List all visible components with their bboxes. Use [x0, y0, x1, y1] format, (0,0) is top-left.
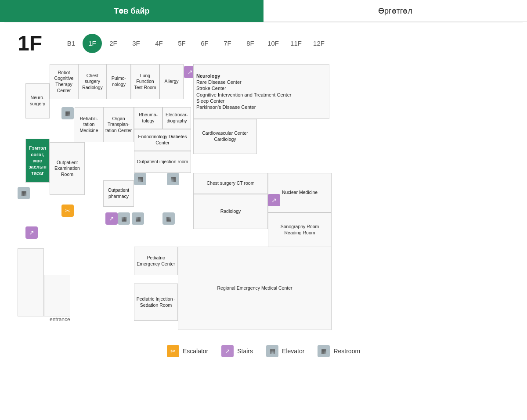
room-rehab-medicine: Rehabili-tation Medicine: [75, 107, 103, 142]
map-legend: ✂ Escalator ↗ Stairs ▦ Elevator ▦ Restro…: [0, 336, 527, 366]
elevator-icon-5: ▦: [132, 212, 144, 225]
room-regional-emergency: Regional Emergency Medical Center: [178, 247, 332, 330]
floor-btn-6f[interactable]: 6F: [193, 35, 216, 52]
legend-restroom-label: Restroom: [333, 348, 360, 355]
room-allergy: Allergy: [159, 64, 184, 99]
elevator-icon-4: ▦: [118, 212, 130, 225]
room-outpatient-injection: Outpatient injection room: [134, 151, 191, 173]
legend-elevator-icon: ▦: [266, 345, 278, 357]
stairs-icon-3: ↗: [25, 226, 38, 239]
stairs-icon-4: ↗: [105, 212, 118, 225]
floor-btn-4f[interactable]: 4F: [148, 35, 170, 52]
restroom-icon-1: ▦: [61, 107, 74, 119]
room-pediatric-injection: Pediatric Injection · Sedation Room: [134, 284, 178, 321]
legend-elevator-label: Elevator: [282, 348, 304, 355]
floor-btn-7f[interactable]: 7F: [216, 35, 239, 52]
legend-restroom-icon: ▦: [318, 345, 330, 357]
room-rheumatology: Rheuma-tology: [134, 107, 162, 129]
room-sonography: Sonography RoomReading Room: [268, 212, 332, 248]
floor-btn-5f[interactable]: 5F: [170, 35, 193, 52]
floor-btn-3f[interactable]: 3F: [125, 35, 148, 52]
room-trauma-surgery: Гэмтэл согог, мэс заслын тасаг: [25, 139, 50, 183]
room-robot-cognitive: Robot Cognitive Therapy Center: [50, 64, 78, 99]
floor-btn-2f[interactable]: 2F: [102, 35, 125, 52]
room-chest-surgery-rad: Chest surgery Radiology: [78, 64, 107, 99]
elevator-icon-1: ▦: [134, 173, 146, 185]
floor-btn-b1[interactable]: B1: [60, 35, 83, 52]
room-outpatient-exam: Outpatient Examination Room: [50, 142, 85, 195]
room-electrocardiography: Electrocar-diography: [162, 107, 191, 129]
main-building-label: Төв байр: [114, 6, 149, 16]
main-building-tab[interactable]: Төв байр: [0, 0, 264, 22]
legend-stairs-label: Stairs: [237, 348, 253, 355]
stairs-icon-2: ↗: [268, 194, 280, 206]
escalator-icon-1: ✂: [61, 205, 74, 217]
floor-map: Neuro-surgery Robot Cognitive Therapy Ce…: [18, 64, 509, 336]
legend-stairs-icon: ↗: [221, 345, 234, 357]
room-lung-function: Lung Function Test Room: [131, 64, 159, 99]
building-section-left-lower: [18, 248, 44, 316]
ext-building-label: Өргөтгөл: [378, 6, 412, 16]
floor-btn-11f[interactable]: 11F: [285, 35, 307, 52]
elevator-icon-6: ▦: [162, 212, 175, 225]
room-outpatient-pharmacy: Outpatient pharmacy: [103, 180, 134, 207]
elevator-icon-2: ▦: [167, 173, 179, 185]
floor-navigation: 1F B1 1F 2F 3F 4F 5F 6F 7F 8F 10F 11F 12…: [0, 22, 527, 64]
extension-tab[interactable]: Өргөтгөл: [264, 0, 527, 22]
legend-escalator-item: ✂ Escalator: [167, 345, 208, 357]
legend-elevator-item: ▦ Elevator: [266, 345, 304, 357]
room-neurosurgery: Neuro-surgery: [25, 83, 50, 118]
legend-stairs-item: ↗ Stairs: [221, 345, 253, 357]
room-pulmonology: Pulmo-nology: [107, 64, 131, 99]
room-cardiovascular: Cardiovascular CenterCardiology: [193, 119, 257, 154]
room-nuclear-medicine: Nuclear Medicine: [268, 173, 332, 212]
room-endocrinology: Endocrinology Diabetes Center: [134, 129, 191, 151]
building-section-left-lower2: [44, 275, 70, 316]
floor-btn-8f[interactable]: 8F: [239, 35, 262, 52]
current-floor-label: 1F: [18, 31, 42, 55]
room-pediatric-emergency: Pediatric Emergency Center: [134, 247, 178, 275]
room-neurology-cluster: Neurology Rare Disease Center Stroke Cen…: [193, 64, 329, 119]
legend-restroom-item: ▦ Restroom: [318, 345, 360, 357]
entrance-label: entrance: [50, 316, 70, 323]
floor-btn-12f[interactable]: 12F: [307, 35, 330, 52]
floor-btn-1f[interactable]: 1F: [83, 34, 102, 53]
room-chest-surgery-ct: Chest surgery CT room: [193, 173, 268, 194]
legend-escalator-icon: ✂: [167, 345, 179, 357]
elevator-icon-3: ▦: [18, 187, 30, 199]
floor-btn-10f[interactable]: 10F: [262, 35, 285, 52]
room-radiology: Radiology: [193, 194, 268, 229]
room-organ-transplant: Organ Transplan-tation Center: [103, 107, 134, 142]
legend-escalator-label: Escalator: [183, 348, 208, 355]
